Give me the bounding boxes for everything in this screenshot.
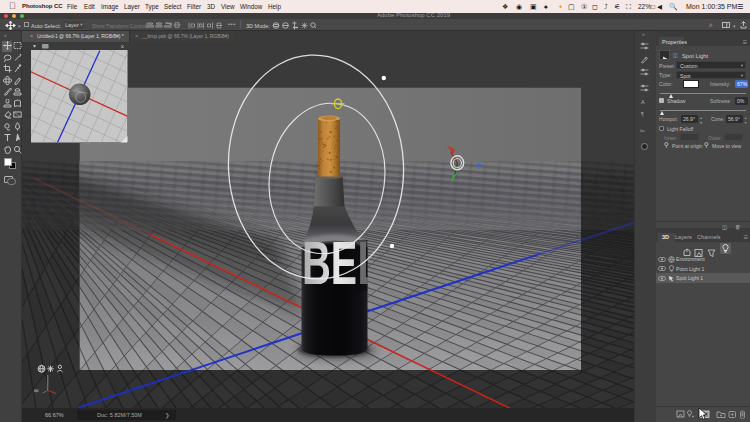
svg-text:▾: ▾ — [33, 43, 36, 49]
svg-text:×: × — [121, 43, 125, 50]
